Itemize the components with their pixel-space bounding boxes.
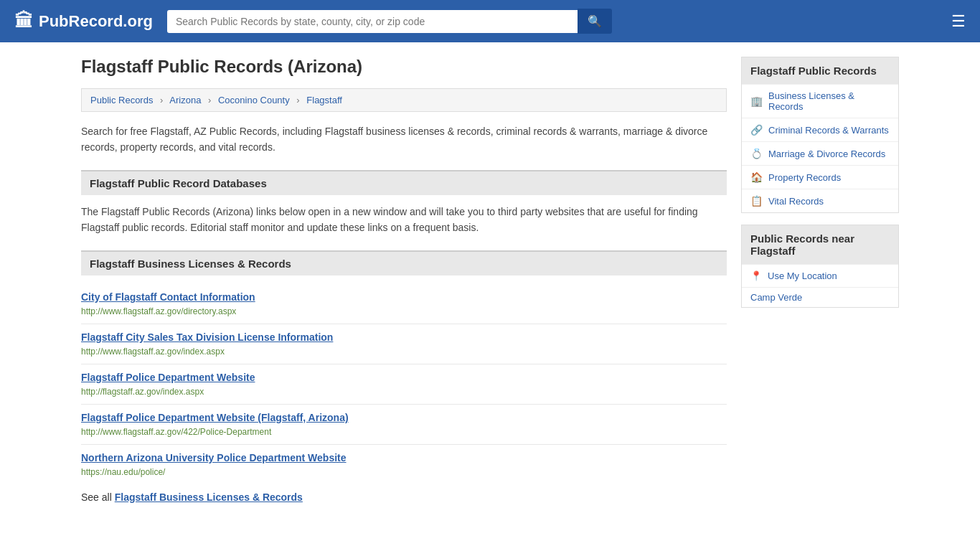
record-entry-2: Flagstaff Police Department Website http… <box>81 364 727 405</box>
db-description: The Flagstaff Public Records (Arizona) l… <box>81 204 727 236</box>
breadcrumb-flagstaff[interactable]: Flagstaff <box>306 95 342 105</box>
use-my-location[interactable]: 📍 Use My Location <box>742 264 898 287</box>
sidebar-item-label-4: Vital Records <box>768 196 824 207</box>
sidebar-item-2[interactable]: 💍 Marriage & Divorce Records <box>742 141 898 165</box>
breadcrumb-arizona[interactable]: Arizona <box>169 95 201 105</box>
record-link-2[interactable]: Flagstaff Police Department Website <box>81 372 727 383</box>
sidebar-item-0[interactable]: 🏢 Business Licenses & Records <box>742 84 898 118</box>
content-area: Flagstaff Public Records (Arizona) Publi… <box>81 57 727 503</box>
page-title: Flagstaff Public Records (Arizona) <box>81 57 727 77</box>
header: 🏛 PubRecord.org 🔍 ☰ <box>0 0 980 42</box>
logo-text: PubRecord.org <box>39 12 153 31</box>
breadcrumb-sep-2: › <box>208 95 211 105</box>
breadcrumb-coconino[interactable]: Coconino County <box>218 95 290 105</box>
sidebar-item-label-0: Business Licenses & Records <box>768 90 890 112</box>
sidebar-item-icon-1: 🔗 <box>750 124 763 136</box>
breadcrumb-sep-1: › <box>160 95 163 105</box>
breadcrumb: Public Records › Arizona › Coconino Coun… <box>81 88 727 112</box>
sidebar-item-3[interactable]: 🏠 Property Records <box>742 165 898 189</box>
logo-area[interactable]: 🏛 PubRecord.org <box>14 10 153 32</box>
sidebar-section-title: Flagstaff Public Records <box>742 57 898 84</box>
building-icon: 🏛 <box>14 10 33 32</box>
sidebar-item-label-3: Property Records <box>768 172 841 183</box>
sidebar-records-section: Flagstaff Public Records 🏢 Business Lice… <box>741 57 899 213</box>
see-all-link[interactable]: Flagstaff Business Licenses & Records <box>115 491 303 503</box>
record-link-3[interactable]: Flagstaff Police Department Website (Fla… <box>81 412 727 423</box>
record-url-2: http://flagstaff.az.gov/index.aspx <box>81 387 204 397</box>
sidebar-item-1[interactable]: 🔗 Criminal Records & Warrants <box>742 118 898 141</box>
nearby-places-container: Camp Verde <box>742 287 898 307</box>
search-bar: 🔍 <box>167 9 612 34</box>
intro-text: Search for free Flagstaff, AZ Public Rec… <box>81 123 727 156</box>
sidebar-near-section: Public Records near Flagstaff 📍 Use My L… <box>741 225 899 308</box>
record-url-4: https://nau.edu/police/ <box>81 467 165 477</box>
search-input[interactable] <box>167 10 578 33</box>
sidebar-item-icon-3: 🏠 <box>750 171 763 183</box>
location-pin-icon: 📍 <box>750 270 762 281</box>
biz-section-header: Flagstaff Business Licenses & Records <box>81 250 727 276</box>
sidebar: Flagstaff Public Records 🏢 Business Lice… <box>741 57 899 503</box>
record-url-3: http://www.flagstaff.az.gov/422/Police-D… <box>81 427 271 437</box>
sidebar-item-label-2: Marriage & Divorce Records <box>768 149 885 159</box>
sidebar-item-icon-0: 🏢 <box>750 95 763 107</box>
db-section-header: Flagstaff Public Record Databases <box>81 170 727 195</box>
record-link-1[interactable]: Flagstaff City Sales Tax Division Licens… <box>81 331 727 343</box>
record-entry-1: Flagstaff City Sales Tax Division Licens… <box>81 324 727 364</box>
sidebar-item-label-1: Criminal Records & Warrants <box>768 125 889 136</box>
search-button[interactable]: 🔍 <box>578 9 612 34</box>
record-entry-0: City of Flagstaff Contact Information ht… <box>81 284 727 324</box>
sidebar-item-icon-2: 💍 <box>750 148 763 159</box>
record-entry-4: Northern Arizona University Police Depar… <box>81 445 727 484</box>
main-container: Flagstaff Public Records (Arizona) Publi… <box>67 42 913 517</box>
record-url-1: http://www.flagstaff.az.gov/index.aspx <box>81 347 225 357</box>
record-link-0[interactable]: City of Flagstaff Contact Information <box>81 291 727 303</box>
sidebar-item-icon-4: 📋 <box>750 195 763 207</box>
records-list: City of Flagstaff Contact Information ht… <box>81 284 727 484</box>
breadcrumb-sep-3: › <box>296 95 299 105</box>
sidebar-near-title: Public Records near Flagstaff <box>742 225 898 264</box>
see-all-section: See all Flagstaff Business Licenses & Re… <box>81 491 727 503</box>
menu-icon[interactable]: ☰ <box>951 12 966 31</box>
sidebar-items-container: 🏢 Business Licenses & Records🔗 Criminal … <box>742 84 898 212</box>
breadcrumb-public-records[interactable]: Public Records <box>90 95 153 105</box>
record-url-0: http://www.flagstaff.az.gov/directory.as… <box>81 306 236 316</box>
record-link-4[interactable]: Northern Arizona University Police Depar… <box>81 452 727 463</box>
sidebar-item-4[interactable]: 📋 Vital Records <box>742 189 898 212</box>
record-entry-3: Flagstaff Police Department Website (Fla… <box>81 405 727 445</box>
use-my-location-label: Use My Location <box>768 270 837 281</box>
see-all-label: See all <box>81 491 112 503</box>
nearby-place-0[interactable]: Camp Verde <box>742 287 898 307</box>
